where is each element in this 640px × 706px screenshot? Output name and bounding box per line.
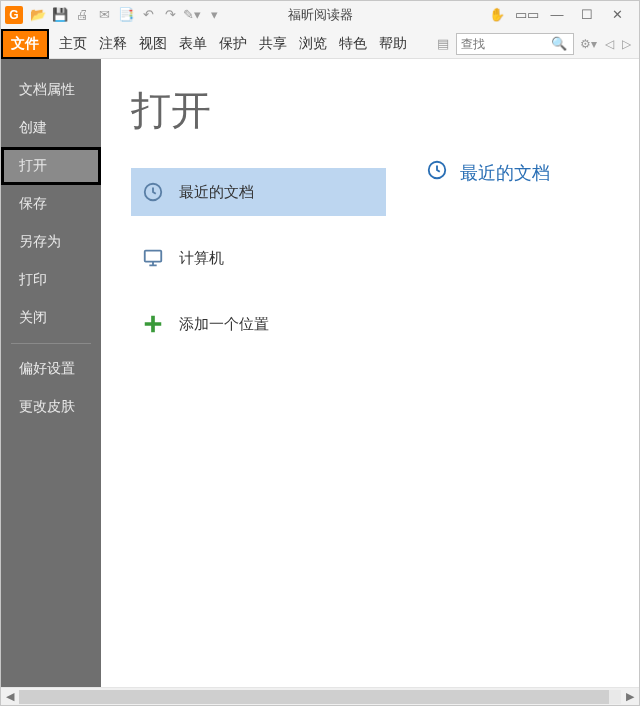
option-computer[interactable]: 计算机 (131, 234, 386, 282)
qat-dropdown-icon[interactable]: ▾ (205, 6, 223, 24)
monitor-icon (141, 246, 165, 270)
sidebar-item-print[interactable]: 打印 (1, 261, 101, 299)
page-title: 打开 (131, 83, 386, 138)
menu-share[interactable]: 共享 (253, 31, 293, 57)
option-add-place[interactable]: 添加一个位置 (131, 300, 386, 348)
tool-icon[interactable]: ✎▾ (183, 6, 201, 24)
minimize-button[interactable]: ― (549, 7, 565, 23)
sidebar-item-close[interactable]: 关闭 (1, 299, 101, 337)
sidebar-item-create[interactable]: 创建 (1, 109, 101, 147)
save-icon[interactable]: 💾 (51, 6, 69, 24)
recent-documents-header: 最近的文档 (426, 159, 639, 186)
sidebar-item-saveas[interactable]: 另存为 (1, 223, 101, 261)
close-button[interactable]: ✕ (609, 7, 625, 23)
sidebar-item-prefs[interactable]: 偏好设置 (1, 350, 101, 388)
search-icon[interactable]: 🔍 (551, 36, 567, 51)
horizontal-scrollbar[interactable]: ◀ ▶ (1, 687, 639, 705)
option-label: 最近的文档 (179, 183, 254, 202)
clock-icon (426, 159, 448, 186)
window-title: 福昕阅读器 (288, 6, 353, 24)
search-input[interactable] (461, 37, 551, 51)
folder-open-icon[interactable]: 📂 (29, 6, 47, 24)
menu-file[interactable]: 文件 (3, 31, 47, 57)
group-icon[interactable]: ▭▭ (519, 7, 535, 23)
menu-feature[interactable]: 特色 (333, 31, 373, 57)
menu-view[interactable]: 视图 (133, 31, 173, 57)
maximize-button[interactable]: ☐ (579, 7, 595, 23)
plus-icon (141, 312, 165, 336)
scroll-left-arrow-icon[interactable]: ◀ (1, 689, 19, 705)
svg-rect-1 (145, 251, 162, 262)
hand-icon[interactable]: ✋ (489, 7, 505, 23)
menu-protect[interactable]: 保护 (213, 31, 253, 57)
app-logo: G (5, 6, 23, 24)
sidebar-toggle-icon[interactable]: ▤ (434, 35, 452, 53)
scroll-thumb[interactable] (19, 690, 609, 704)
bookmark-icon[interactable]: 📑 (117, 6, 135, 24)
backstage-sidebar: 文档属性 创建 打开 保存 另存为 打印 关闭 偏好设置 更改皮肤 (1, 59, 101, 687)
sidebar-item-open[interactable]: 打开 (1, 147, 101, 185)
option-label: 计算机 (179, 249, 224, 268)
sidebar-divider (11, 343, 91, 344)
recent-documents-title: 最近的文档 (460, 161, 550, 185)
menu-home[interactable]: 主页 (53, 31, 93, 57)
nav-prev-icon[interactable]: ◁ (603, 37, 616, 51)
quick-access-toolbar: 📂 💾 🖨 ✉ 📑 ↶ ↷ ✎▾ ▾ (29, 6, 223, 24)
scroll-track[interactable] (19, 690, 621, 704)
nav-next-icon[interactable]: ▷ (620, 37, 633, 51)
clock-icon (141, 180, 165, 204)
menu-form[interactable]: 表单 (173, 31, 213, 57)
sidebar-item-docprops[interactable]: 文档属性 (1, 71, 101, 109)
settings-gear-icon[interactable]: ⚙▾ (578, 37, 599, 51)
email-icon[interactable]: ✉ (95, 6, 113, 24)
option-recent[interactable]: 最近的文档 (131, 168, 386, 216)
sidebar-item-save[interactable]: 保存 (1, 185, 101, 223)
redo-icon[interactable]: ↷ (161, 6, 179, 24)
menu-browse[interactable]: 浏览 (293, 31, 333, 57)
menu-help[interactable]: 帮助 (373, 31, 413, 57)
option-label: 添加一个位置 (179, 315, 269, 334)
undo-icon[interactable]: ↶ (139, 6, 157, 24)
menu-comment[interactable]: 注释 (93, 31, 133, 57)
print-icon[interactable]: 🖨 (73, 6, 91, 24)
scroll-right-arrow-icon[interactable]: ▶ (621, 689, 639, 705)
search-box[interactable]: 🔍 (456, 33, 574, 55)
sidebar-item-skin[interactable]: 更改皮肤 (1, 388, 101, 426)
